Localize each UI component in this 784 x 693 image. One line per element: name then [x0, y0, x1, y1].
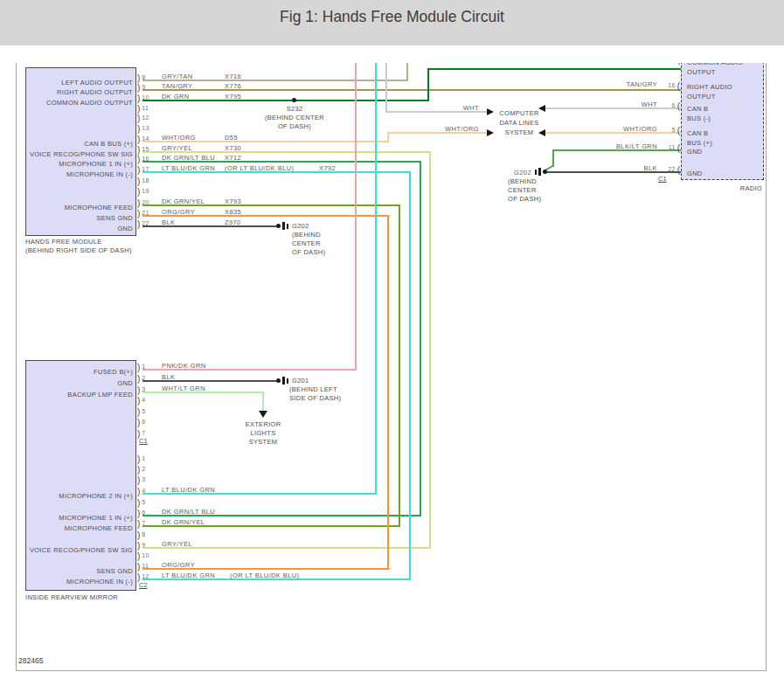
circuit-code: X776 [225, 82, 241, 90]
pin-number: 13 [142, 125, 149, 131]
wire-wht-lt-grn-drop [262, 392, 264, 412]
drawing-number: 282465 [18, 656, 43, 665]
mirror-c1-connector-label: C1 [139, 437, 148, 445]
pin-number: 22 [668, 166, 675, 172]
radio-name: RADIO [710, 184, 762, 192]
wire-alt-color-label: (OR LT BLU/DK BLU) [230, 572, 299, 579]
mirror-c2-pin-3: 3 [137, 475, 146, 485]
exterior-lights-system-label: EXTERIOR LIGHTS SYSTEM [237, 420, 289, 447]
splice-label: S232 (BEHIND CENTER OF DASH) [264, 105, 325, 131]
pin-number: 12 [142, 114, 149, 121]
system-label-line: SYSTEM [495, 128, 544, 137]
wire-color-label: PNK/DK GRN [162, 362, 206, 370]
pin-number: 2 [142, 466, 145, 472]
wire-color-label: DK GRN [162, 93, 190, 100]
hfm-signal-label: MICROPHONE IN (-) [26, 170, 133, 178]
pin-number: 17 [142, 166, 149, 172]
pin-number: 9 [142, 542, 145, 548]
pin-number: 12 [142, 573, 149, 579]
diagram-area: 8 9 10 11 12 13 14 15 16 17 18 19 20 21 … [0, 63, 784, 693]
pin-number: 20 [142, 199, 149, 205]
wire-dk-grn-to-radio [427, 68, 681, 70]
pin-number: 15 [142, 146, 149, 152]
pin-number: 14 [142, 135, 149, 142]
wire-alt-color-label: (OR LT BLU/DK BLU) [225, 164, 294, 172]
wire-color-label: BLK [162, 373, 175, 381]
system-label-line: EXTERIOR [237, 420, 289, 429]
circuit-code: X716 [225, 73, 241, 80]
pin-number: 3 [142, 476, 145, 482]
mirror-c1-pin-6: 6 [137, 418, 146, 427]
hfm-pin-22: 22 [137, 219, 149, 229]
pin-number: 19 [142, 188, 149, 194]
hfm-signal-label: GND [26, 225, 133, 232]
mirror-c2-pin-6: 6 [137, 509, 146, 518]
pin-number: 8 [142, 531, 145, 537]
hfm-signal-label: COMMON AUDIO OUTPUT [26, 99, 133, 107]
border-right [766, 63, 767, 671]
ground-location-line: (BEHIND [292, 231, 325, 239]
wire-color-label: WHT/ORG [605, 125, 657, 133]
pin-number: 18 [142, 177, 149, 184]
net-label-wht-org: WHT/ORG [434, 125, 479, 133]
wire-color-label: LT BLU/DK GRN [162, 486, 215, 494]
hfm-pin-8: 8 [137, 73, 146, 83]
pin-number: 4 [142, 488, 145, 494]
mirror-c2-pin-10: 10 [137, 551, 149, 561]
hfm-pin-17: 17 [137, 165, 149, 175]
splice-name: S232 [264, 105, 325, 114]
mirror-signal-label: MICROPHONE 2 IN (+) [26, 492, 133, 500]
figure-title-bar: Fig 1: Hands Free Module Circuit [0, 0, 784, 45]
radio-pin-22: 22 [657, 165, 680, 175]
wire-color-label: GRY/YEL [162, 144, 192, 152]
hfm-pin-16: 16 [137, 155, 149, 164]
ground-location-line: (BEHIND LEFT [289, 385, 341, 394]
pin-number: 1 [142, 364, 145, 370]
radio-signal-label: OUTPUT [687, 68, 716, 76]
wire-wht-riser [385, 63, 387, 113]
pin-number: 16 [142, 156, 149, 162]
pin-number: 6 [142, 419, 145, 425]
radio-signal-label: RIGHT AUDIO [687, 83, 732, 91]
mirror-signal-label: FUSED B(+) [26, 368, 133, 376]
pin-number: 6 [142, 509, 145, 516]
circuit-code: X712 [225, 154, 241, 162]
mirror-c1-pin-2: 2 [137, 374, 146, 384]
wire-color-label: ORG/GRY [162, 208, 195, 216]
hfm-pin-20: 20 [137, 198, 149, 208]
hfm-signal-label: LEFT AUDIO OUTPUT [26, 79, 133, 87]
hfm-signal-label: CAN B BUS (+) [26, 140, 133, 148]
mirror-c2-pin-4: 4 [137, 487, 146, 496]
splice-dot [292, 98, 296, 102]
pin-number: 22 [142, 220, 149, 226]
wiring-diagram-page: Fig 1: Hands Free Module Circuit [0, 0, 784, 693]
mirror-c2-pin-2: 2 [137, 465, 146, 475]
ground-name: G202 [503, 169, 531, 177]
radio-signal-label: COMMON AUDIO [687, 63, 743, 66]
ground-location-line: OF DASH) [292, 248, 325, 257]
wire-blk-lt-grn-drop [552, 149, 554, 167]
circuit-code: Z970 [225, 218, 241, 226]
wire-gry-yel-drop [429, 151, 431, 549]
splice-location-line: (BEHIND CENTER [264, 114, 325, 122]
pin-number: 1 [142, 455, 145, 461]
pin-number: 11 [142, 105, 149, 111]
pin-number: 16 [668, 82, 675, 88]
ground-location-line: OF DASH) [508, 195, 541, 204]
wire-color-label: DK GRN/YEL [162, 518, 205, 526]
system-label-line: DATA LINES [495, 118, 544, 128]
ground-symbol-g202-module [276, 222, 289, 231]
wire-color-label: DK GRN/YEL [162, 198, 205, 205]
figure-title: Fig 1: Hands Free Module Circuit [0, 8, 784, 26]
pin-number: 6 [671, 102, 675, 108]
mirror-c2-pin-8: 8 [137, 530, 146, 540]
mirror-c2-pin-1: 1 [137, 454, 146, 464]
mirror-signal-label: BACKUP LMP FEED [26, 391, 133, 398]
pin-number: 10 [142, 552, 149, 558]
radio-connector-label: C1 [658, 175, 667, 183]
ground-name: G202 [292, 222, 309, 230]
mirror-c1-pin-4: 4 [137, 396, 146, 405]
ground-location-line: CENTER [292, 239, 325, 248]
radio-signal-label: BUS (-) [687, 114, 711, 122]
radio-signal-label: CAN B [687, 105, 708, 113]
